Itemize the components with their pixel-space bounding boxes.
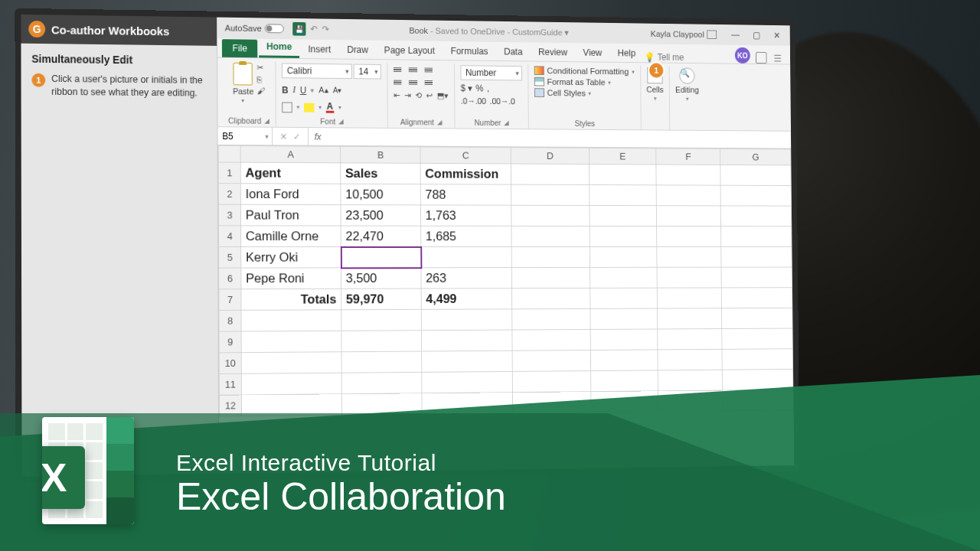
col-header-a[interactable]: A <box>240 146 341 163</box>
undo-icon[interactable]: ↶ <box>310 24 318 34</box>
row-header[interactable]: 8 <box>219 310 241 331</box>
row-header[interactable]: 5 <box>219 246 241 268</box>
cell[interactable] <box>241 394 341 416</box>
toggle-off-icon[interactable] <box>265 24 284 33</box>
save-icon[interactable]: 💾 <box>292 22 305 36</box>
conditional-formatting-button[interactable]: Conditional Formatting▾ <box>534 66 635 76</box>
row-header[interactable]: 2 <box>218 184 240 205</box>
cell[interactable]: 1,685 <box>421 226 512 246</box>
selected-cell[interactable] <box>341 246 421 267</box>
launcher-icon[interactable]: ◢ <box>504 119 509 126</box>
shrink-font-button[interactable]: A▾ <box>333 86 341 95</box>
cell[interactable] <box>722 288 792 308</box>
col-header-d[interactable]: D <box>511 148 589 165</box>
tab-file[interactable]: File <box>222 39 258 57</box>
cell[interactable] <box>590 165 657 185</box>
cell[interactable] <box>723 390 793 411</box>
select-all-corner[interactable] <box>218 145 240 162</box>
col-header-c[interactable]: C <box>420 147 511 164</box>
cell[interactable] <box>241 373 341 395</box>
tab-home[interactable]: Home <box>259 38 299 58</box>
cell[interactable] <box>590 205 657 226</box>
border-button[interactable] <box>282 102 292 112</box>
cell[interactable] <box>421 309 512 331</box>
cell[interactable] <box>591 370 658 392</box>
cell[interactable]: 788 <box>420 184 511 206</box>
cell[interactable] <box>722 328 792 349</box>
merge-button[interactable]: ⬒▾ <box>437 91 449 101</box>
cell[interactable] <box>723 369 793 390</box>
cell[interactable] <box>657 206 721 227</box>
cell[interactable]: Paul Tron <box>240 204 341 226</box>
cell[interactable] <box>721 227 792 247</box>
row-header[interactable]: 10 <box>219 353 241 374</box>
name-box[interactable]: B5 <box>218 127 273 145</box>
grow-font-button[interactable]: A▴ <box>318 85 328 95</box>
format-as-table-button[interactable]: Format as Table▾ <box>534 77 635 87</box>
tab-help[interactable]: Help <box>610 45 642 63</box>
row-header[interactable]: 12 <box>219 395 241 416</box>
percent-button[interactable]: % <box>475 83 483 94</box>
editing-button[interactable]: 🔍 Editing ▾ <box>675 67 699 102</box>
cell[interactable] <box>658 329 722 350</box>
wrap-text-button[interactable]: ↩ <box>426 91 433 101</box>
cell[interactable] <box>512 329 591 350</box>
comments-icon[interactable]: ☰ <box>773 53 782 64</box>
cell[interactable] <box>341 351 422 373</box>
cell[interactable] <box>657 246 721 267</box>
align-top-center[interactable] <box>407 64 419 75</box>
tell-me-search[interactable]: 💡Tell me <box>644 52 684 63</box>
cell[interactable] <box>657 267 721 288</box>
cell[interactable]: 4,499 <box>421 289 512 310</box>
cell[interactable] <box>590 308 658 329</box>
cell[interactable] <box>720 185 791 206</box>
decrease-indent[interactable]: ⇤ <box>394 90 400 100</box>
minimize-button[interactable]: — <box>725 27 746 43</box>
tab-review[interactable]: Review <box>531 44 575 61</box>
cell[interactable] <box>422 393 513 415</box>
cell[interactable] <box>657 227 721 247</box>
cell[interactable] <box>590 350 658 371</box>
launcher-icon[interactable]: ◢ <box>437 119 443 126</box>
cell[interactable] <box>241 310 341 331</box>
cell[interactable]: Sales <box>341 163 421 184</box>
tab-draw[interactable]: Draw <box>340 41 376 59</box>
increase-indent[interactable]: ⇥ <box>404 90 411 100</box>
col-header-b[interactable]: B <box>341 146 420 163</box>
coauthor-avatar[interactable]: KO <box>735 47 750 64</box>
cell[interactable] <box>658 370 722 391</box>
font-color-button[interactable]: A <box>326 102 334 113</box>
font-name-combo[interactable]: Calibri <box>282 64 352 80</box>
cell[interactable] <box>658 308 722 329</box>
cell[interactable] <box>720 165 791 185</box>
comma-button[interactable]: , <box>487 83 489 94</box>
cell[interactable]: 22,470 <box>341 226 421 246</box>
cell[interactable] <box>512 392 591 413</box>
format-painter-button[interactable]: 🖌 <box>256 86 265 96</box>
spreadsheet-grid[interactable]: A B C D E F G 1 Agent Sales Commission <box>218 145 795 474</box>
cell[interactable] <box>511 267 590 288</box>
italic-button[interactable]: I <box>292 84 296 96</box>
cell[interactable] <box>421 246 512 267</box>
cell[interactable]: 263 <box>421 268 512 289</box>
cell[interactable] <box>721 206 792 227</box>
cell[interactable] <box>656 165 720 185</box>
tab-view[interactable]: View <box>576 44 609 62</box>
increase-decimal[interactable]: .0→.00 <box>461 96 486 106</box>
cell[interactable]: 3,500 <box>341 268 421 289</box>
cell[interactable] <box>658 390 723 412</box>
close-button[interactable]: ✕ <box>766 28 787 44</box>
underline-button[interactable]: U <box>300 85 306 96</box>
launcher-icon[interactable]: ◢ <box>338 118 344 126</box>
align-top-right[interactable] <box>421 65 433 76</box>
cell[interactable] <box>590 246 657 267</box>
redo-icon[interactable]: ↷ <box>322 24 329 34</box>
cell[interactable]: 10,500 <box>341 184 421 205</box>
cell[interactable] <box>511 184 590 205</box>
tab-data[interactable]: Data <box>497 44 530 61</box>
cell[interactable] <box>591 391 658 412</box>
formula-input[interactable] <box>327 128 791 148</box>
autosave-toggle[interactable]: AutoSave <box>220 23 289 33</box>
cell[interactable] <box>590 288 658 308</box>
align-top-left[interactable] <box>394 64 405 75</box>
